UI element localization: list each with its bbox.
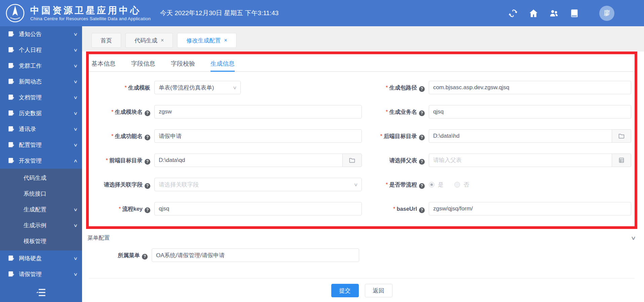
function-name-input[interactable] xyxy=(154,129,362,143)
page-tabs: 首页 代码生成 × 修改生成配置 × xyxy=(82,26,644,52)
tab-home[interactable]: 首页 xyxy=(91,33,121,48)
menu-path-input[interactable] xyxy=(152,248,359,262)
form-actions: 提交 返回 xyxy=(86,284,637,297)
sidebar-item-history-data[interactable]: 历史数据 ∨ xyxy=(0,105,82,121)
close-icon[interactable]: × xyxy=(161,37,164,43)
parent-table-select-button[interactable] xyxy=(612,154,631,167)
chevron-down-icon: ∨ xyxy=(74,32,78,37)
sidebar: 通知公告 ∨ 个人日程 ∨ 党群工作 ∨ 新闻动态 ∨ 文档管理 ∨ 历史数据 … xyxy=(0,26,82,302)
sidebar-item-schedule[interactable]: 个人日程 ∨ xyxy=(0,42,82,58)
home-icon[interactable] xyxy=(529,9,538,18)
chevron-down-icon: ∨ xyxy=(74,207,78,212)
module-name-input[interactable] xyxy=(154,105,362,119)
document-edit-icon xyxy=(8,142,14,148)
chevron-down-icon[interactable]: ∨ xyxy=(631,235,636,241)
form-tab-field-info[interactable]: 字段信息 xyxy=(131,60,155,71)
submenu-item-template-mgmt[interactable]: 模板管理 xyxy=(0,233,82,249)
menu-config-title: 菜单配置 xyxy=(87,234,110,242)
chevron-down-icon: ∨ xyxy=(74,79,78,84)
document-edit-icon xyxy=(8,158,14,164)
chevron-down-icon: ∨ xyxy=(74,142,78,147)
backend-dir-folder-button[interactable] xyxy=(612,129,631,143)
field-label-template: *生成模板 xyxy=(89,81,150,94)
frontend-dir-folder-button[interactable] xyxy=(342,154,362,167)
relation-field-select[interactable]: 请选择关联字段 ∨ xyxy=(154,178,362,191)
help-icon[interactable]: ? xyxy=(145,135,150,140)
sidebar-item-party-work[interactable]: 党群工作 ∨ xyxy=(0,58,82,74)
sidebar-collapse-button[interactable] xyxy=(0,285,82,300)
help-icon[interactable]: ? xyxy=(145,183,150,189)
package-path-input[interactable] xyxy=(429,81,631,94)
flow-key-input[interactable] xyxy=(154,202,362,215)
back-button[interactable]: 返回 xyxy=(365,284,392,297)
header: CASC 中国资源卫星应用中心 China Centre for Resourc… xyxy=(0,0,644,26)
field-label-backend-dir: *后端目标目录? xyxy=(366,129,425,143)
field-label-parent-table: 请选择父表? xyxy=(366,154,425,167)
field-label-relation-field: 请选择关联字段? xyxy=(89,178,150,191)
parent-table-input[interactable] xyxy=(429,154,612,167)
backend-dir-input[interactable] xyxy=(429,129,612,143)
casc-logo-icon: CASC xyxy=(5,3,25,23)
help-icon[interactable]: ? xyxy=(419,86,425,92)
submenu-item-generation-config[interactable]: 生成配置 ∨ xyxy=(0,202,82,217)
app-title: 中国资源卫星应用中心 xyxy=(30,5,151,15)
form-tab-basic-info[interactable]: 基本信息 xyxy=(91,60,116,71)
form-tab-field-validation[interactable]: 字段校验 xyxy=(171,60,195,71)
sidebar-item-leave-mgmt[interactable]: 请假管理 ∨ xyxy=(0,266,82,282)
chevron-down-icon: ∨ xyxy=(232,85,237,90)
sidebar-item-documents[interactable]: 文档管理 ∨ xyxy=(0,90,82,105)
table-icon xyxy=(619,158,624,163)
sidebar-item-news[interactable]: 新闻动态 ∨ xyxy=(0,74,82,90)
help-icon[interactable]: ? xyxy=(419,110,425,116)
sidebar-item-network-disk[interactable]: 网络硬盘 ∨ xyxy=(0,250,82,266)
radio-no[interactable] xyxy=(454,182,460,188)
user-avatar[interactable]: 廖 xyxy=(599,6,614,21)
chevron-down-icon: ∨ xyxy=(74,256,78,261)
chevron-down-icon: ∨ xyxy=(74,223,78,228)
help-icon[interactable]: ? xyxy=(145,159,150,165)
template-select[interactable]: 单表(带流程仿真表单) ∨ xyxy=(154,81,241,94)
help-icon[interactable]: ? xyxy=(145,207,150,213)
app-subtitle: China Centre for Resources Satellite Dat… xyxy=(30,16,151,21)
help-icon[interactable]: ? xyxy=(419,183,425,189)
book-icon[interactable] xyxy=(570,9,579,18)
tab-code-generation[interactable]: 代码生成 × xyxy=(125,33,173,48)
svg-text:CASC: CASC xyxy=(11,16,19,20)
submenu-item-code-generation[interactable]: 代码生成 xyxy=(0,170,82,186)
highlight-box: 基本信息 字段信息 字段校验 生成信息 *生成模板 单表(带流程 xyxy=(86,52,637,229)
field-label-flow-key: *流程key? xyxy=(89,202,150,215)
form-tab-generation-info[interactable]: 生成信息 xyxy=(211,60,235,71)
base-url-input[interactable] xyxy=(429,202,631,215)
help-icon[interactable]: ? xyxy=(419,135,425,140)
sidebar-item-dev-mgmt[interactable]: 开发管理 ∧ xyxy=(0,153,82,169)
tab-modify-generation-config[interactable]: 修改生成配置 × xyxy=(177,33,236,48)
close-icon[interactable]: × xyxy=(224,37,227,43)
field-label-frontend-dir: *前端目标目录? xyxy=(89,154,150,167)
submenu-item-generation-example[interactable]: 生成示例 ∨ xyxy=(0,217,82,233)
folder-icon xyxy=(618,133,624,139)
form-tabs: 基本信息 字段信息 字段校验 生成信息 xyxy=(89,54,635,72)
sidebar-item-notice[interactable]: 通知公告 ∨ xyxy=(0,26,82,42)
document-edit-icon xyxy=(8,110,14,116)
help-icon[interactable]: ? xyxy=(419,207,425,213)
divider xyxy=(89,278,635,278)
chevron-down-icon: ∨ xyxy=(74,272,78,277)
sidebar-item-contacts[interactable]: 通讯录 ∨ xyxy=(0,121,82,137)
frontend-dir-input[interactable] xyxy=(154,154,343,167)
help-icon[interactable]: ? xyxy=(419,159,425,165)
document-edit-icon xyxy=(8,255,14,262)
submit-button[interactable]: 提交 xyxy=(331,284,359,297)
chevron-down-icon: ∨ xyxy=(74,95,78,100)
business-name-input[interactable] xyxy=(429,105,631,119)
submenu-item-system-interface[interactable]: 系统接口 xyxy=(0,186,82,202)
field-label-base-url: *baseUrl? xyxy=(366,202,425,215)
help-icon[interactable]: ? xyxy=(145,110,150,116)
chevron-down-icon: ∨ xyxy=(74,63,78,68)
refresh-icon[interactable] xyxy=(508,9,518,18)
chevron-down-icon: ∨ xyxy=(74,47,78,53)
radio-yes[interactable] xyxy=(429,182,434,188)
document-edit-icon xyxy=(8,63,14,69)
sidebar-item-config-mgmt[interactable]: 配置管理 ∨ xyxy=(0,137,82,153)
users-icon[interactable] xyxy=(550,9,559,18)
help-icon[interactable]: ? xyxy=(142,254,148,260)
